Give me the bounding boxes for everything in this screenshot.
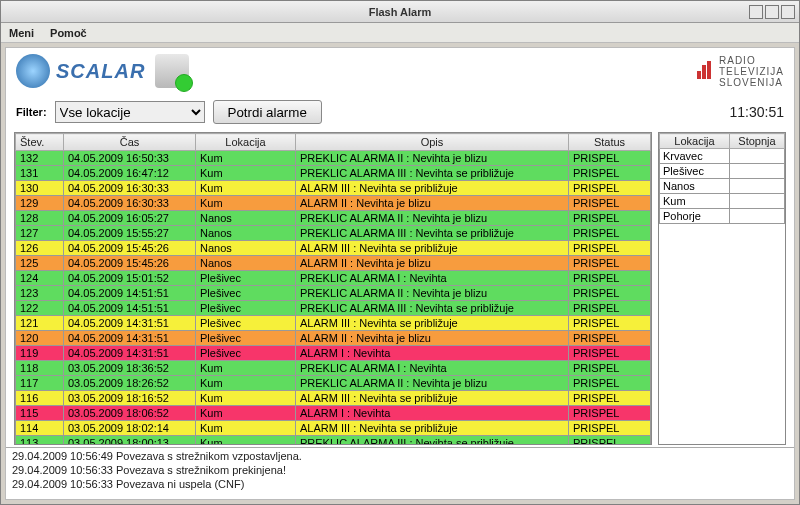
log-panel[interactable]: 29.04.2009 10:56:49 Povezava s strežniko… [6,447,794,499]
table-row[interactable]: 12904.05.2009 16:30:33KumALARM II : Nevi… [16,196,651,211]
scalar-logo-text: SCALAR [56,60,145,83]
menu-meni[interactable]: Meni [9,27,34,39]
table-row[interactable]: 11904.05.2009 14:31:51PlešivecALARM I : … [16,346,651,361]
log-line: 29.04.2009 10:56:33 Povezava s strežniko… [12,464,788,478]
list-item[interactable]: Plešivec [660,164,785,179]
table-row[interactable]: 12004.05.2009 14:31:51PlešivecALARM II :… [16,331,651,346]
clock: 11:30:51 [730,104,785,120]
table-row[interactable]: 12104.05.2009 14:31:51PlešivecALARM III … [16,316,651,331]
table-row[interactable]: 11503.05.2009 18:06:52KumALARM I : Nevih… [16,406,651,421]
scalar-logo-icon [16,54,50,88]
menu-pomoc[interactable]: Pomoč [50,27,87,39]
close-button[interactable] [781,5,795,19]
list-item[interactable]: Krvavec [660,149,785,164]
brand-row: SCALAR RADIO TELEVIZIJA SLOVENIJA [6,48,794,94]
table-row[interactable]: 11803.05.2009 18:36:52KumPREKLIC ALARMA … [16,361,651,376]
rtv-line2: TELEVIZIJA [719,66,784,77]
table-row[interactable]: 13204.05.2009 16:50:33KumPREKLIC ALARMA … [16,151,651,166]
confirm-alarms-button[interactable]: Potrdi alarme [213,100,322,124]
log-line: 29.04.2009 10:56:33 Povezava ni uspela (… [12,478,788,492]
scalar-logo: SCALAR [16,54,145,88]
col-lok[interactable]: Lokacija [196,134,296,151]
table-row[interactable]: 12204.05.2009 14:51:51PlešivecPREKLIC AL… [16,301,651,316]
side-col-lok[interactable]: Lokacija [660,134,730,149]
table-row[interactable]: 12404.05.2009 15:01:52PlešivecPREKLIC AL… [16,271,651,286]
location-table[interactable]: Lokacija Stopnja KrvavecPlešivecNanosKum… [658,132,786,445]
rtv-line3: SLOVENIJA [719,77,784,88]
table-row[interactable]: 12704.05.2009 15:55:27NanosPREKLIC ALARM… [16,226,651,241]
table-row[interactable]: 11403.05.2009 18:02:14KumALARM III : Nev… [16,421,651,436]
col-opis[interactable]: Opis [296,134,569,151]
menu-bar: Meni Pomoč [1,23,799,43]
table-row[interactable]: 13104.05.2009 16:47:12KumPREKLIC ALARMA … [16,166,651,181]
minimize-button[interactable] [749,5,763,19]
filter-row: Filter: Vse lokacije Potrdi alarme 11:30… [6,94,794,132]
table-row[interactable]: 11303.05.2009 18:00:13KumPREKLIC ALARMA … [16,436,651,446]
window-title: Flash Alarm [369,6,432,18]
table-row[interactable]: 11703.05.2009 18:26:52KumPREKLIC ALARMA … [16,376,651,391]
maximize-button[interactable] [765,5,779,19]
rtv-line1: RADIO [719,55,784,66]
list-item[interactable]: Kum [660,194,785,209]
table-row[interactable]: 12804.05.2009 16:05:27NanosPREKLIC ALARM… [16,211,651,226]
filter-label: Filter: [16,106,47,118]
filter-select[interactable]: Vse lokacije [55,101,205,123]
rtv-logo: RADIO TELEVIZIJA SLOVENIJA [697,55,784,88]
alarm-table[interactable]: Štev. Čas Lokacija Opis Status 13204.05.… [14,132,652,445]
list-item[interactable]: Pohorje [660,209,785,224]
rtv-logo-icon [697,61,712,81]
col-status[interactable]: Status [569,134,651,151]
log-line: 29.04.2009 10:56:49 Povezava s strežniko… [12,450,788,464]
server-status-icon [155,54,189,88]
table-row[interactable]: 12504.05.2009 15:45:26NanosALARM II : Ne… [16,256,651,271]
table-row[interactable]: 12304.05.2009 14:51:51PlešivecPREKLIC AL… [16,286,651,301]
table-row[interactable]: 12604.05.2009 15:45:26NanosALARM III : N… [16,241,651,256]
table-row[interactable]: 13004.05.2009 16:30:33KumALARM III : Nev… [16,181,651,196]
side-col-stp[interactable]: Stopnja [730,134,785,149]
col-cas[interactable]: Čas [64,134,196,151]
table-row[interactable]: 11603.05.2009 18:16:52KumALARM III : Nev… [16,391,651,406]
window-titlebar: Flash Alarm [1,1,799,23]
list-item[interactable]: Nanos [660,179,785,194]
col-stev[interactable]: Štev. [16,134,64,151]
